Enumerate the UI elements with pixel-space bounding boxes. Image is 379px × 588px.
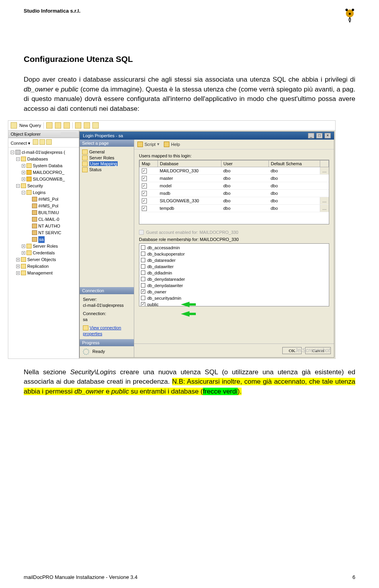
tree-item[interactable]: MAILDOCPRO_ <box>33 169 64 176</box>
col-schema[interactable]: Default Schema <box>269 160 320 167</box>
role-checkbox[interactable] <box>141 277 145 281</box>
ellipsis-button[interactable]: … <box>320 197 329 204</box>
help-button[interactable]: Help <box>171 142 180 147</box>
cell[interactable]: dbo <box>221 167 269 174</box>
tree-item[interactable]: SILOGONWEB_ <box>33 176 65 183</box>
dialog-right-panel: Script ▾ Help Users mapped to this login… <box>134 140 334 357</box>
role-item[interactable]: db_datareader <box>147 257 176 263</box>
tree-item[interactable]: Server Objects <box>27 256 56 263</box>
ellipsis-button[interactable]: … <box>320 204 329 212</box>
close-icon[interactable]: × <box>325 133 331 138</box>
panel-pin-icon[interactable] <box>61 132 77 136</box>
cell[interactable]: MAILDOCPRO_330 <box>158 167 221 174</box>
role-item-db-owner[interactable]: db_owner <box>147 289 166 295</box>
role-checkbox[interactable] <box>141 289 145 294</box>
tree-item[interactable]: CL-MAIL-0 <box>38 216 59 223</box>
page-icon <box>82 155 88 161</box>
tree-item[interactable]: Credentials <box>33 250 55 256</box>
tree-item[interactable]: BUILTIN\U <box>38 209 59 216</box>
role-item[interactable]: db_denydatawriter <box>147 282 183 289</box>
role-checkbox[interactable] <box>141 264 145 269</box>
login-properties-dialog: Login Properties - sa _ □ × Select a pag… <box>79 131 334 358</box>
maximize-icon[interactable]: □ <box>316 133 323 138</box>
cell[interactable]: dbo <box>269 167 320 174</box>
role-item[interactable]: db_backupoperator <box>147 251 185 257</box>
cell[interactable]: dbo <box>269 189 320 197</box>
toolbar-icon[interactable] <box>33 139 38 145</box>
toolbar-icon[interactable] <box>64 122 70 129</box>
tree-server[interactable]: cl-mail-01\sqlexpress ( <box>22 149 65 156</box>
role-item-public[interactable]: public <box>147 301 159 306</box>
tree-item[interactable]: ##MS_Pol <box>38 203 58 209</box>
cell[interactable]: dbo <box>269 174 320 182</box>
page-user-mapping[interactable]: User Mapping <box>81 161 132 167</box>
role-item[interactable]: db_datawriter <box>147 263 174 270</box>
cell[interactable]: dbo <box>221 189 269 197</box>
tree-databases[interactable]: Databases <box>27 156 48 162</box>
map-checkbox[interactable] <box>140 197 158 204</box>
users-mapped-grid[interactable]: Map Database User Default Schema MAILDOC… <box>139 160 329 224</box>
map-checkbox[interactable] <box>140 174 158 182</box>
map-checkbox[interactable] <box>140 167 158 174</box>
ellipsis-button[interactable]: … <box>320 167 329 174</box>
map-checkbox[interactable] <box>140 204 158 212</box>
tree-item[interactable]: Management <box>27 270 53 276</box>
cell[interactable]: dbo <box>269 197 320 204</box>
role-checkbox[interactable] <box>141 302 145 306</box>
role-item[interactable]: db_denydatareader <box>147 276 185 282</box>
toolbar-icon[interactable] <box>39 139 45 145</box>
toolbar-icon[interactable] <box>84 122 90 129</box>
object-explorer-tree[interactable]: −cl-mail-01\sqlexpress ( −Databases +Sys… <box>8 147 79 278</box>
col-user[interactable]: User <box>221 160 269 167</box>
tree-security[interactable]: Security <box>27 183 43 189</box>
col-map[interactable]: Map <box>140 160 158 167</box>
cell[interactable]: tempdb <box>158 204 221 212</box>
toolbar-icon[interactable] <box>46 139 52 145</box>
role-checkbox[interactable] <box>141 252 145 256</box>
minimize-icon[interactable]: _ <box>308 133 314 138</box>
map-checkbox[interactable] <box>140 182 158 189</box>
tree-item[interactable]: ##MS_Pol <box>38 196 58 203</box>
tree-item[interactable]: System Databa <box>33 162 62 169</box>
map-checkbox[interactable] <box>140 189 158 197</box>
toolbar-icon[interactable] <box>75 122 81 129</box>
new-query-icon[interactable] <box>11 122 17 129</box>
role-item[interactable]: db_accessadmin <box>147 245 180 251</box>
role-checkbox[interactable] <box>141 283 145 287</box>
tree-item[interactable]: Replication <box>27 263 49 270</box>
script-dropdown[interactable]: Script <box>144 142 156 147</box>
role-item[interactable]: db_ddladmin <box>147 270 172 276</box>
cell[interactable]: msdb <box>158 189 221 197</box>
cell[interactable]: dbo <box>221 182 269 189</box>
tree-item[interactable]: Server Roles <box>33 243 58 250</box>
tree-logins[interactable]: Logins <box>33 189 45 196</box>
view-connection-properties-link[interactable]: View connection properties <box>83 325 121 336</box>
role-checkbox[interactable] <box>141 296 145 300</box>
cell[interactable]: dbo <box>269 204 320 212</box>
role-checkbox[interactable] <box>141 258 145 262</box>
tree-item-sa[interactable]: sa <box>38 236 45 243</box>
page-status[interactable]: Status <box>81 167 132 173</box>
cell[interactable]: dbo <box>221 174 269 182</box>
cell[interactable]: master <box>158 174 221 182</box>
cell[interactable]: dbo <box>221 204 269 212</box>
cell[interactable]: model <box>158 182 221 189</box>
new-query-button[interactable]: New Query <box>19 123 41 128</box>
page-general[interactable]: General <box>81 149 132 155</box>
tree-item[interactable]: NT SERVIC <box>38 230 61 236</box>
col-database[interactable]: Database <box>158 160 221 167</box>
connection-value: sa <box>83 317 131 323</box>
cell[interactable]: SILOGONWEB_330 <box>158 197 221 204</box>
role-checkbox[interactable] <box>141 271 145 275</box>
tree-item[interactable]: NT AUTHO <box>38 223 60 230</box>
toolbar-icon[interactable] <box>92 122 99 129</box>
roles-listbox[interactable]: db_accessadmin db_backupoperator db_data… <box>139 243 329 306</box>
cell[interactable]: dbo <box>221 197 269 204</box>
toolbar-icon[interactable] <box>46 122 53 129</box>
connect-dropdown[interactable]: Connect ▾ <box>11 141 30 146</box>
page-server-roles[interactable]: Server Roles <box>81 155 132 161</box>
role-checkbox[interactable] <box>141 245 145 250</box>
toolbar-icon[interactable] <box>55 122 61 129</box>
role-item[interactable]: db_securityadmin <box>147 295 181 301</box>
cell[interactable]: dbo <box>269 182 320 189</box>
